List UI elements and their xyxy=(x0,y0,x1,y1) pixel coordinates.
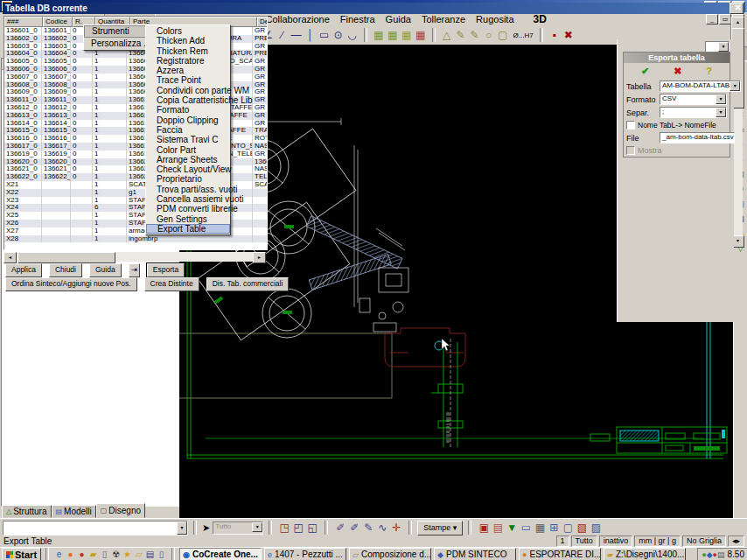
taskbar-task[interactable]: ● ESPORTARE DI... xyxy=(519,548,601,560)
submenu-item[interactable]: Thicken Add xyxy=(146,36,230,46)
chevron-down-icon[interactable]: ▾ xyxy=(716,108,726,117)
tray-icon[interactable]: ▤ xyxy=(717,550,725,559)
taskbar-task[interactable]: ◉ CoCreate One... xyxy=(179,548,262,560)
view-tool-icon[interactable]: ▢ xyxy=(561,520,575,536)
misc-tool-icon[interactable]: ▪ xyxy=(548,27,562,43)
panel-tab[interactable]: △ Struttura xyxy=(2,505,52,518)
submenu-item[interactable]: Faccia xyxy=(146,125,230,135)
mdi-minimize-button[interactable]: _ xyxy=(706,14,718,24)
chevron-down-icon[interactable]: ▾ xyxy=(252,522,262,532)
submenu-item[interactable]: Proprietario xyxy=(146,174,230,184)
submenu-item[interactable]: Gen Settings xyxy=(146,214,230,224)
cancel-icon[interactable]: ✖ xyxy=(674,66,681,77)
guida-button[interactable]: Guida xyxy=(89,263,122,277)
pin-icon[interactable]: ⇥ xyxy=(129,263,140,277)
tray-icon[interactable]: ◆ xyxy=(707,550,713,559)
zoom-tool-icon[interactable]: ◳ xyxy=(277,520,291,536)
menu-item[interactable]: Guida xyxy=(380,13,416,25)
table-row[interactable]: X281ingombrp xyxy=(4,235,267,243)
select-cursor-icon[interactable]: ➤ xyxy=(202,522,210,534)
submenu-item[interactable]: Copia Caratteristiche Lib xyxy=(146,95,230,105)
chiudi-button[interactable]: Chiudi xyxy=(49,263,82,277)
snap-tool-icon[interactable]: ✐ xyxy=(333,520,347,536)
help-icon[interactable]: ? xyxy=(706,66,712,77)
snap-tool-icon[interactable]: ∿ xyxy=(375,520,389,536)
quicklaunch-icon[interactable]: ★ xyxy=(122,549,133,560)
draw-tool-icon[interactable]: ∕ xyxy=(276,27,290,43)
misc-tool-icon[interactable]: ✖ xyxy=(562,27,576,43)
mdi-restore-button[interactable]: ▭ xyxy=(719,14,731,24)
draw-tool-icon[interactable]: │ xyxy=(304,27,318,43)
draw-tool-icon[interactable]: ◡ xyxy=(346,27,360,43)
status-field[interactable]: inattivo xyxy=(599,536,633,547)
submenu-item[interactable]: Sistema Travi C xyxy=(146,135,230,144)
taskbar-task[interactable]: ◆ PDM SINTECO xyxy=(434,548,516,560)
menu-item[interactable]: Tolleranze xyxy=(416,13,471,25)
view-tool-icon[interactable]: ▭ xyxy=(519,520,533,536)
formato-combo[interactable]: CSV▾ xyxy=(660,94,727,105)
panel-tab[interactable]: ▢ Disegno xyxy=(96,503,145,518)
snap-tool-icon[interactable]: ✛ xyxy=(389,520,403,536)
draw-tool-icon[interactable]: ⊙ xyxy=(332,27,346,43)
file-input[interactable]: _am-bom-data-ltab.csv xyxy=(660,132,735,144)
measure-tool-icon[interactable]: ✎ xyxy=(454,27,468,43)
draw-tool-icon[interactable]: ▭ xyxy=(318,27,332,43)
chevron-down-icon[interactable]: ▾ xyxy=(730,81,740,91)
taskbar-task[interactable]: e 1407 - Pezzutti ... xyxy=(264,548,346,560)
view-tool-icon[interactable]: ⊞ xyxy=(547,520,561,536)
dialog-title-bar[interactable]: Tabella DB corrente ✕ xyxy=(3,3,744,14)
view-tool-icon[interactable]: ▤ xyxy=(491,520,505,536)
quicklaunch-icon[interactable]: e xyxy=(53,549,65,560)
quicklaunch-icon[interactable]: ☢ xyxy=(110,549,122,560)
measure-tool-icon[interactable]: △ xyxy=(440,27,454,43)
submenu-item[interactable]: Registratore xyxy=(146,56,230,66)
quicklaunch-icon[interactable]: ● xyxy=(76,549,87,560)
menu-item[interactable]: Rugosita xyxy=(471,13,519,25)
quicklaunch-icon[interactable]: ▯ xyxy=(99,549,110,560)
zoom-tool-icon[interactable]: ◰ xyxy=(291,520,305,536)
table-tool-icon[interactable]: ▦ xyxy=(400,27,414,43)
dialog-action-button[interactable]: Ordina Sinteco/Aggiungi nuove Pos. xyxy=(5,277,137,291)
table-tool-icon[interactable]: ▦ xyxy=(386,27,400,43)
separ-combo[interactable]: ;▾ xyxy=(660,107,727,118)
panel-tab[interactable]: ▤ Modelli xyxy=(52,505,96,518)
checkbox[interactable] xyxy=(626,121,635,130)
snap-tool-icon[interactable]: ✐ xyxy=(347,520,361,536)
measure-tool-icon[interactable]: ▢ xyxy=(496,27,510,43)
scroll-up-icon[interactable]: ▴ xyxy=(731,17,744,29)
measure-tool-icon[interactable]: ✎ xyxy=(468,27,482,43)
tutto-combo[interactable]: Tutto▾ xyxy=(213,522,263,535)
submenu-item[interactable]: PDM converti librerie xyxy=(146,204,230,214)
chevron-down-icon[interactable]: ▾ xyxy=(177,522,187,535)
scroll-left-icon[interactable]: ◂ xyxy=(3,252,17,263)
view-tool-icon[interactable]: ▧ xyxy=(575,520,589,536)
view-tool-icon[interactable]: ▨ xyxy=(589,520,603,536)
submenu-item[interactable]: Colors xyxy=(146,26,230,36)
scroll-right-icon[interactable]: ▸ xyxy=(253,252,266,263)
column-header[interactable]: Codice xyxy=(43,17,73,27)
chevron-down-icon[interactable]: ▾ xyxy=(716,94,726,104)
submenu-item[interactable]: Azzera xyxy=(146,66,230,75)
dialog-action-button[interactable]: Dis. Tab. commerciali xyxy=(206,277,290,291)
status-field[interactable]: 1 xyxy=(556,536,569,547)
quicklaunch-icon[interactable]: ▯ xyxy=(156,549,167,560)
command-combo[interactable]: ▾ xyxy=(3,521,188,536)
ok-icon[interactable]: ✔ xyxy=(641,66,649,77)
scrollbar-thumb[interactable] xyxy=(17,252,115,263)
snap-tool-icon[interactable]: ✎ xyxy=(361,520,375,536)
submenu-item[interactable]: Thicken Rem xyxy=(146,46,230,56)
table-tool-icon[interactable]: ▦ xyxy=(414,27,428,43)
submenu-item[interactable]: Trace Point xyxy=(146,75,230,85)
quicklaunch-icon[interactable]: ▤ xyxy=(144,549,156,560)
zoom-tool-icon[interactable]: ◱ xyxy=(305,520,319,536)
column-header[interactable]: ### xyxy=(4,17,43,27)
view-tool-icon[interactable]: ▼ xyxy=(505,520,519,536)
measure-tool-icon[interactable]: ○ xyxy=(482,27,496,43)
menu-item[interactable]: Collaborazione xyxy=(260,13,334,25)
taskbar-task[interactable]: ▰ Z:\Disegni\1400... xyxy=(604,548,686,560)
status-field[interactable]: Tutto xyxy=(571,536,597,547)
submenu-item[interactable]: Cancella assiemi vuoti xyxy=(146,194,230,204)
horizontal-scrollbar[interactable]: ◂ ▸ xyxy=(3,252,266,262)
table-tool-icon[interactable]: ▦ xyxy=(372,27,386,43)
draw-tool-icon[interactable]: — xyxy=(290,27,304,43)
